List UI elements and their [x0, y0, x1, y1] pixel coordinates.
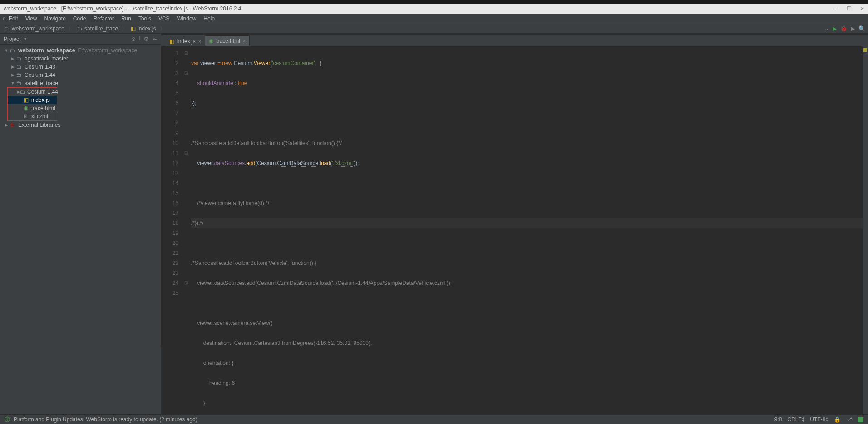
code-content[interactable]: var viewer = new Cesium.Viewer('cesiumCo… — [189, 46, 863, 424]
folder-icon: 🗀 — [5, 25, 10, 32]
library-icon: ⊪ — [9, 122, 16, 128]
expand-arrow-icon[interactable]: ▶ — [10, 56, 15, 61]
cursor-position[interactable]: 9:8 — [774, 416, 782, 423]
close-button[interactable]: ✕ — [860, 5, 864, 12]
gear-icon[interactable]: ⚙ — [144, 36, 149, 42]
debug-icon[interactable]: 🐞 — [840, 25, 847, 32]
folder-icon: 🗀 — [20, 89, 25, 95]
close-tab-icon[interactable]: × — [243, 38, 246, 44]
title-bar: webstorm_workspace - [E:\webstorm_worksp… — [0, 4, 868, 14]
run-config-chevron-icon[interactable]: ⌄ — [824, 25, 829, 32]
tree-external-libraries[interactable]: ▶⊪External Libraries — [0, 121, 161, 129]
editor-body[interactable]: 1234567891011121314151617181920212223242… — [161, 46, 868, 424]
menu-navigate[interactable]: Navigate — [41, 15, 69, 23]
folder-icon: 🗀 — [15, 64, 23, 70]
menu-window[interactable]: Window — [174, 15, 200, 23]
sidebar-header: Project ▼ ⊙ | ⚙ ⇤ — [0, 34, 161, 45]
search-icon[interactable]: 🔍 — [858, 25, 865, 32]
hide-icon[interactable]: ⇤ — [153, 36, 157, 42]
warning-mark-icon[interactable] — [863, 48, 867, 52]
project-sidebar: Project ▼ ⊙ | ⚙ ⇤ ▼ 🗀 webstorm_workspace… — [0, 34, 161, 347]
breadcrumb-folder[interactable]: 🗀 satellite_trace 〉 — [75, 25, 129, 33]
folder-icon: 🗀 — [15, 55, 23, 62]
menu-refactor[interactable]: Refactor — [90, 15, 117, 23]
navigation-bar: 🗀 webstorm_workspace 〉 🗀 satellite_trace… — [0, 24, 868, 34]
menu-bar: e Edit View Navigate Code Refactor Run T… — [0, 14, 868, 24]
tree-file[interactable]: 🗎xl.czml — [8, 112, 57, 120]
expand-arrow-icon[interactable]: ▶ — [10, 65, 15, 69]
fold-gutter[interactable]: ⊟⊡⊟⊡ — [183, 46, 189, 424]
error-stripe[interactable] — [863, 46, 868, 424]
breadcrumb-root[interactable]: 🗀 webstorm_workspace 〉 — [3, 25, 75, 33]
tree-folder[interactable]: ▶🗀Cesium-1.44 — [0, 71, 161, 79]
close-tab-icon[interactable]: × — [198, 39, 201, 44]
menu-run[interactable]: Run — [118, 15, 134, 23]
git-icon[interactable]: ⎇ — [846, 416, 853, 423]
lock-icon[interactable]: 🔒 — [834, 416, 841, 423]
editor-tab-active[interactable]: ◧ index.js × — [166, 36, 205, 46]
chevron-down-icon[interactable]: ▼ — [23, 37, 27, 41]
tree-label: Cesium-1.44 — [27, 89, 58, 95]
coverage-icon[interactable]: ▶ — [851, 25, 855, 32]
menu-edit[interactable]: Edit — [5, 15, 21, 23]
window-title: webstorm_workspace - [E:\webstorm_worksp… — [4, 5, 833, 12]
expand-arrow-icon[interactable]: ▼ — [4, 48, 9, 53]
editor-tabs: ◧ index.js × ◉ trace.html × — [161, 35, 868, 46]
tree-folder[interactable]: ▶🗀Cesium-1.44 — [8, 88, 57, 96]
crumb-label: index.js — [138, 25, 156, 32]
js-file-icon: ◧ — [169, 38, 174, 45]
expand-arrow-icon[interactable]: ▶ — [10, 73, 15, 77]
tab-label: index.js — [177, 38, 196, 45]
run-icon[interactable]: ▶ — [833, 25, 837, 32]
sidebar-title[interactable]: Project — [4, 36, 20, 42]
tree-folder[interactable]: ▼🗀satellite_trace — [0, 79, 161, 87]
info-icon[interactable]: ⓘ — [5, 416, 10, 424]
tree-file[interactable]: ◉trace.html — [8, 104, 57, 112]
tree-file-selected[interactable]: ◧index.js — [8, 96, 57, 104]
crumb-label: webstorm_workspace — [12, 25, 64, 32]
js-file-icon: ◧ — [22, 97, 30, 103]
maximize-button[interactable]: ☐ — [847, 5, 852, 12]
tree-label: index.js — [31, 97, 50, 103]
menu-help[interactable]: Help — [200, 15, 218, 23]
chevron-right-icon: 〉 — [68, 25, 74, 33]
tree-label: trace.html — [31, 105, 55, 111]
folder-icon: 🗀 — [15, 80, 23, 86]
html-file-icon: ◉ — [22, 105, 30, 111]
toolbar-run-controls: ⌄ ▶ 🐞 ▶ 🔍 — [824, 25, 865, 32]
line-separator[interactable]: CRLF‡ — [787, 416, 804, 423]
tab-label: trace.html — [216, 38, 240, 44]
tree-label: External Libraries — [18, 122, 60, 128]
tree-label: webstorm_workspace — [18, 47, 75, 54]
chevron-right-icon: 〉 — [160, 25, 165, 33]
expand-arrow-icon[interactable]: ▶ — [17, 90, 20, 94]
menu-view[interactable]: View — [22, 15, 40, 23]
file-encoding[interactable]: UTF-8‡ — [810, 416, 829, 423]
expand-arrow-icon[interactable]: ▶ — [4, 123, 9, 127]
tree-label: Cesium-1.43 — [25, 64, 55, 70]
html-file-icon: ◉ — [209, 38, 213, 44]
editor-tab[interactable]: ◉ trace.html × — [205, 35, 250, 46]
file-icon: 🗎 — [22, 113, 30, 120]
tree-path: E:\webstorm_workspace — [78, 47, 137, 54]
folder-icon: 🗀 — [77, 25, 83, 32]
crumb-label: satellite_trace — [84, 25, 118, 32]
line-number-gutter: 1234567891011121314151617181920212223242… — [161, 46, 183, 424]
collapse-icon[interactable]: ⊙ — [131, 36, 136, 42]
menu-tools[interactable]: Tools — [135, 15, 154, 23]
tree-folder[interactable]: ▶🗀Cesium-1.43 — [0, 63, 161, 71]
menu-vcs[interactable]: VCS — [155, 15, 173, 23]
divider: | — [139, 36, 140, 42]
tree-root[interactable]: ▼ 🗀 webstorm_workspace E:\webstorm_works… — [0, 46, 161, 55]
project-tree[interactable]: ▼ 🗀 webstorm_workspace E:\webstorm_works… — [0, 45, 161, 131]
highlight-box: ▶🗀Cesium-1.44 ◧index.js ◉trace.html 🗎xl.… — [7, 87, 57, 121]
tree-folder[interactable]: ▶🗀agsattrack-master — [0, 55, 161, 63]
breadcrumb-file[interactable]: ◧ index.js 〉 — [129, 25, 167, 33]
folder-icon: 🗀 — [15, 72, 23, 78]
expand-arrow-icon[interactable]: ▼ — [10, 81, 15, 85]
tree-label: Cesium-1.44 — [25, 72, 55, 78]
hector-icon[interactable] — [858, 417, 863, 422]
menu-code[interactable]: Code — [70, 15, 89, 23]
tree-label: agsattrack-master — [25, 55, 68, 62]
minimize-button[interactable]: — — [833, 5, 838, 12]
